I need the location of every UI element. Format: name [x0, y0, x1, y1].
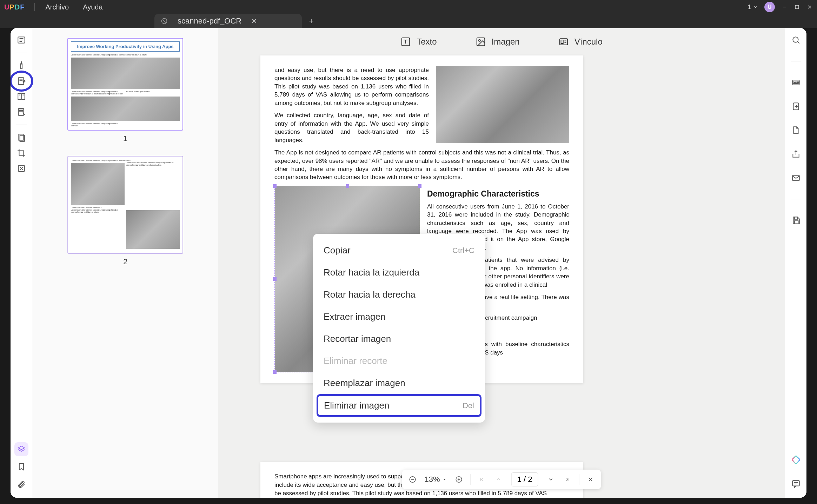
user-avatar[interactable]: U [764, 2, 775, 12]
crop-tool[interactable] [14, 146, 28, 160]
organize-tool[interactable] [14, 89, 28, 104]
text-icon [400, 37, 411, 47]
svg-marker-33 [443, 479, 446, 480]
ctx-rotate-right[interactable]: Rotar hacia la derecha [317, 284, 481, 306]
menu-archivo[interactable]: Archivo [38, 3, 76, 11]
ai-button[interactable] [789, 453, 803, 467]
titlebar: UPDF Archivo Ayuda 1 U [0, 0, 817, 14]
search-button[interactable] [789, 33, 803, 47]
thumbnail-image-placeholder [71, 58, 180, 89]
svg-line-5 [163, 20, 166, 22]
svg-rect-14 [18, 93, 21, 99]
zoom-level[interactable]: 13% [422, 475, 450, 484]
left-sidebar [11, 28, 32, 498]
mail-icon [791, 173, 801, 183]
new-tab-button[interactable]: + [309, 16, 314, 28]
chat-button[interactable] [789, 477, 803, 491]
ctx-rotate-left[interactable]: Rotar hacia la izquierda [317, 261, 481, 284]
ocr-icon: OCR [791, 78, 801, 87]
close-controls-button[interactable] [583, 472, 598, 487]
image-context-menu: Copiar Ctrl+C Rotar hacia la izquierda R… [313, 234, 485, 423]
thumbnail-image-placeholder [126, 210, 180, 249]
paragraph[interactable]: and easy use, but there is a need to use… [274, 66, 429, 107]
layers-panel-toggle[interactable] [14, 442, 28, 456]
dropdown-icon [442, 477, 447, 482]
redact-tool[interactable] [14, 105, 28, 119]
ctx-remove-crop: Eliminar recorte [317, 350, 481, 372]
convert-button[interactable] [789, 99, 803, 113]
convert-icon [791, 102, 801, 111]
window-count[interactable]: 1 [748, 4, 758, 11]
ctx-extract-image[interactable]: Extraer imagen [317, 306, 481, 328]
resize-handle[interactable] [418, 184, 421, 188]
svg-rect-49 [792, 480, 799, 486]
svg-rect-48 [794, 221, 798, 224]
next-page-button[interactable] [543, 472, 558, 487]
maximize-button[interactable] [794, 4, 800, 10]
resize-handle[interactable] [273, 277, 277, 281]
chevron-down-icon [753, 5, 758, 9]
thumbnail-page-1[interactable]: Improve Working Productivity in Using Ap… [67, 38, 183, 131]
bookmark-panel-toggle[interactable] [14, 460, 28, 474]
main-area: Improve Working Productivity in Using Ap… [11, 28, 806, 498]
image-icon [476, 37, 486, 47]
minimize-button[interactable] [781, 4, 788, 10]
ai-sparkle-icon [791, 455, 801, 465]
ctx-delete-image[interactable]: Eliminar imagen Del [317, 394, 481, 417]
save-button[interactable] [789, 213, 803, 227]
svg-rect-18 [18, 108, 24, 115]
document-viewport[interactable]: Texto Imagen Vínculo and easy use, but t… [218, 28, 785, 498]
resize-handle[interactable] [273, 370, 277, 374]
resize-handle[interactable] [346, 184, 349, 188]
thumbnail-image-placeholder [71, 97, 180, 121]
thumbnail-label-1: 1 [67, 134, 183, 143]
zoom-in-button[interactable] [451, 472, 467, 487]
page-tool[interactable] [14, 131, 28, 145]
save-icon [791, 216, 801, 225]
thumbnail-label-2: 2 [67, 257, 183, 266]
document-image[interactable] [436, 66, 569, 143]
thumbnail-page-2[interactable]: Lorem ipsum dolor sit amet consectetur a… [67, 156, 183, 254]
compress-button[interactable] [789, 123, 803, 137]
link-icon [558, 37, 569, 47]
reader-tool[interactable] [14, 33, 28, 47]
zoom-out-button[interactable] [405, 472, 420, 487]
attachment-panel-toggle[interactable] [14, 477, 28, 491]
svg-point-26 [478, 40, 480, 41]
chat-icon [791, 479, 801, 488]
svg-rect-1 [795, 5, 798, 8]
edit-toolbar: Texto Imagen Vínculo [218, 28, 785, 55]
share-icon [791, 150, 801, 159]
svg-rect-10 [20, 64, 22, 69]
share-button[interactable] [789, 147, 803, 161]
tools-tool[interactable] [14, 161, 28, 175]
document-tab[interactable]: scanned-pdf_OCR ✕ [154, 14, 302, 28]
ctx-replace-image[interactable]: Reemplazar imagen [317, 372, 481, 394]
heading[interactable]: Demographic Characteristics [427, 188, 569, 200]
menu-ayuda[interactable]: Ayuda [76, 3, 109, 11]
ctx-crop-image[interactable]: Recortar imagen [317, 328, 481, 350]
edit-link-tool[interactable]: Vínculo [558, 37, 603, 47]
prev-page-button[interactable] [491, 472, 506, 487]
resize-handle[interactable] [273, 184, 277, 188]
search-icon [791, 35, 801, 45]
svg-line-42 [797, 41, 799, 43]
tab-title: scanned-pdf_OCR [178, 16, 241, 26]
first-page-button[interactable] [474, 472, 490, 487]
tab-close-button[interactable]: ✕ [251, 17, 257, 25]
edit-text-tool[interactable]: Texto [400, 37, 437, 47]
last-page-button[interactable] [560, 472, 575, 487]
edit-image-tool[interactable]: Imagen [476, 37, 520, 47]
ocr-button[interactable]: OCR [789, 75, 803, 89]
svg-marker-23 [18, 446, 25, 450]
thumbnail-panel: Improve Working Productivity in Using Ap… [32, 28, 218, 498]
email-button[interactable] [789, 171, 803, 185]
page-indicator[interactable]: 1 / 2 [511, 472, 538, 486]
edit-pdf-tool[interactable] [14, 74, 28, 88]
paragraph[interactable]: The App is not designed to compare AR pa… [274, 148, 569, 181]
file-icon [791, 126, 801, 135]
paragraph[interactable]: We collected country, language, age, sex… [274, 111, 429, 144]
ctx-copy[interactable]: Copiar Ctrl+C [317, 239, 481, 261]
right-sidebar: OCR [785, 28, 806, 498]
close-button[interactable] [806, 4, 813, 10]
